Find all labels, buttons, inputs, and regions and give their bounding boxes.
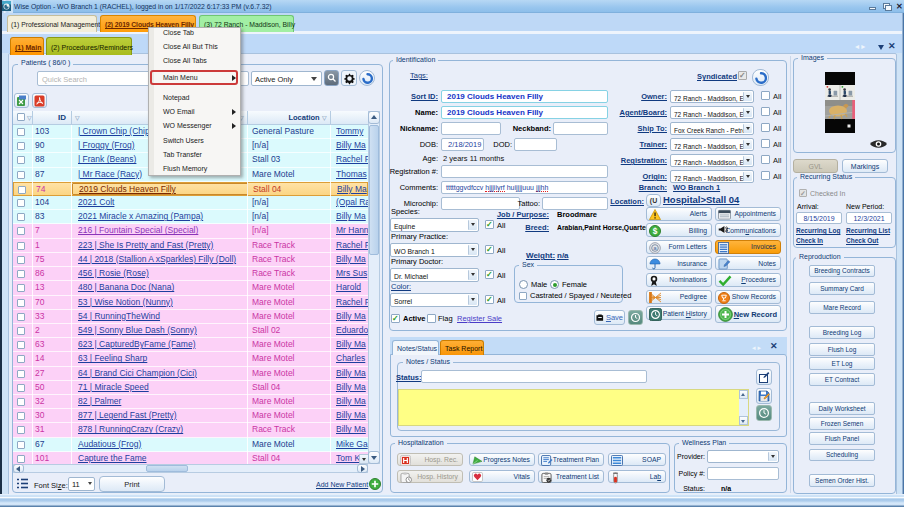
svg-text:$: $: [653, 226, 658, 236]
